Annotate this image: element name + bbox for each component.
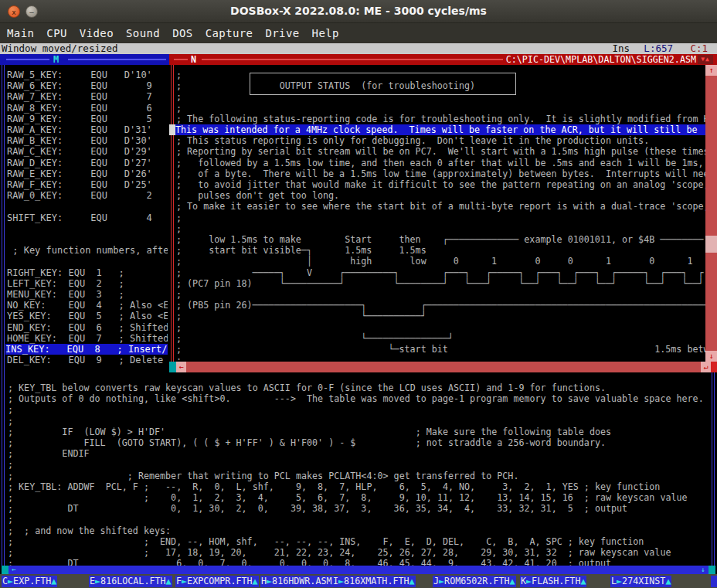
up-triangle-icon: ▲ [409,576,415,586]
scrollbar-corner [169,362,176,372]
tab-816hdwr-asm[interactable]: H►816HDWR.ASM▲ [260,576,338,587]
menu-capture[interactable]: Capture [206,27,253,39]
up-triangle-icon: ▲ [510,576,515,586]
line-indicator: L:657 [644,43,673,54]
tab-816local-fth[interactable]: E►816LOCAL.FTH▲ [89,576,172,587]
tab-expcompr-fth[interactable]: F►EXPCOMPR.FTH▲ [175,576,259,587]
border-line [68,59,166,60]
window-n-text[interactable]: ; ; OUTPUT STATUS (for troubleshooting) … [176,70,705,362]
menu-video[interactable]: Video [80,27,114,39]
column-indicator: C:1 [690,43,708,54]
tab-274xinst[interactable]: L►274XINST▲ [610,576,671,587]
window-m-highlighted-line[interactable]: INS_KEY: EQU 8 ; Insert/ [5,344,168,355]
menu-drive[interactable]: Drive [265,27,299,39]
titlebar[interactable]: x – DOSBox-X 2022.08.0: ME - 3000 cycles… [0,0,717,23]
window-n-highlighted-line[interactable]: This was intended for a 4MHz clock speed… [175,124,705,135]
window-b-left-border [2,372,2,566]
tab-exp-fth[interactable]: C►EXP.FTH▲ [2,576,57,587]
menu-cpu[interactable]: CPU [46,27,67,39]
up-triangle-icon: ▲ [580,576,586,586]
window-m-label: M [53,54,59,65]
editor-status-line: Window moved/resized Ins L:657 C:1 [0,43,717,54]
window-n-file-path: C:\PIC-DEV\MPLAB\DALTON\SIGGEN2.ASM [506,54,696,65]
tab-flash-fth[interactable]: K►FLASH.FTH▲ [520,576,586,587]
border-line [174,59,188,60]
menu-main[interactable]: Main [7,27,34,39]
window-m-titlebar[interactable]: M [0,54,169,65]
window-m-text[interactable]: RAW_5_KEY: EQU D'10' RAW_6_KEY: EQU 9 RA… [7,70,168,371]
window-b-text[interactable]: ; KEY_TBL below converts raw keyscan val… [8,382,709,566]
menu-dos[interactable]: DOS [172,27,193,39]
up-triangle-icon: ▲ [166,576,172,586]
window-n-left-border [171,65,172,362]
scroll-left-icon[interactable]: ← [176,362,186,372]
dosbox-window: x – DOSBox-X 2022.08.0: ME - 3000 cycles… [0,0,717,588]
scroll-down-icon[interactable]: ↓ [705,351,717,362]
scrollbar-corner [2,566,8,574]
up-triangle-icon: ▲ [665,576,671,586]
window-b-right-border [712,372,712,566]
text-cursor [169,124,175,135]
window-n-titlebar[interactable]: N C:\PIC-DEV\MPLAB\DALTON\SIGGEN2.ASM ▼▲ [169,54,717,65]
menu-sound[interactable]: Sound [126,27,160,39]
window-n-resize-icons[interactable]: ▼▲ [698,55,713,64]
editor-window-m[interactable]: M RAW_5_KEY: EQU D'10' RAW_6_KEY: EQU 9 … [0,54,169,372]
scroll-down-icon[interactable]: ↓ [698,566,708,574]
file-tab-bar: C►EXP.FTH▲ E►816LOCAL.FTH▲ F►EXPCOMPR.FT… [0,574,717,588]
tab-816xmath-fth[interactable]: I►816XMATH.FTH▲ [332,576,416,587]
window-m-left-border [2,65,2,372]
vertical-scrollbar[interactable]: ↑ ↓ [705,65,717,362]
menu-help[interactable]: Help [312,27,339,39]
insert-mode-flag: Ins [612,43,630,54]
scroll-up-icon[interactable]: ↑ [705,65,717,76]
up-triangle-icon: ▲ [253,576,258,586]
window-b-right-border [714,372,715,566]
horizontal-scrollbar[interactable]: ← ↵ [169,362,717,372]
dos-screen: M RAW_5_KEY: EQU D'10' RAW_6_KEY: EQU 9 … [0,54,717,588]
scrollbar-corner [709,566,715,574]
tab-rom6502r-fth[interactable]: J►ROM6502R.FTH▲ [433,576,516,587]
editor-window-n[interactable]: N C:\PIC-DEV\MPLAB\DALTON\SIGGEN2.ASM ▼▲… [169,54,717,372]
up-triangle-icon: ▲ [51,576,56,586]
window-n-left-border [173,65,174,362]
scrollbar-thumb[interactable] [705,236,717,253]
scroll-return-icon[interactable]: ↵ [701,362,711,372]
border-line [202,59,503,60]
window-n-label: N [191,54,196,65]
status-message: Window moved/resized [2,43,118,54]
editor-window-bottom[interactable]: ; KEY_TBL below converts raw keyscan val… [0,372,717,574]
border-line [6,59,49,60]
window-m-left-border [4,65,5,372]
window-b-left-border [4,372,5,566]
scrollbar-end-cap [711,362,717,372]
window-title: DOSBox-X 2022.08.0: ME - 3000 cycles/ms [0,5,717,17]
horizontal-scrollbar-blue[interactable]: ← ↓ [2,566,715,574]
scroll-left-icon[interactable]: ← [9,566,19,574]
tabbar-end-block [711,576,717,587]
menubar: Main CPU Video Sound DOS Capture Drive H… [0,23,717,43]
